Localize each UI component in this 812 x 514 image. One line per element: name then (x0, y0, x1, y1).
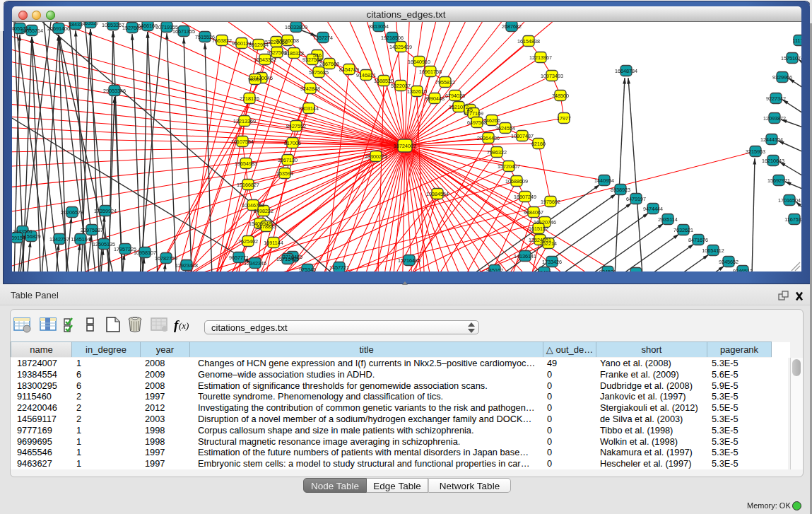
svg-text:8990448: 8990448 (425, 95, 445, 102)
svg-text:15751074: 15751074 (781, 55, 801, 62)
svg-text:1342757: 1342757 (49, 236, 69, 243)
svg-text:7357274: 7357274 (313, 35, 333, 41)
svg-text:3624554: 3624554 (495, 125, 515, 132)
svg-text:9777169: 9777169 (464, 110, 483, 117)
svg-text:9146821: 9146821 (356, 72, 376, 78)
svg-text:1615152: 1615152 (529, 226, 548, 232)
svg-text:10654112: 10654112 (702, 247, 724, 254)
svg-text:9329966: 9329966 (772, 74, 792, 81)
svg-text:9657771: 9657771 (229, 255, 249, 261)
svg-text:17359924: 17359924 (94, 208, 117, 214)
svg-text:7955812: 7955812 (435, 79, 455, 86)
svg-text:8471676: 8471676 (688, 237, 708, 243)
svg-text:6466160: 6466160 (138, 23, 158, 29)
svg-text:8186328: 8186328 (284, 50, 304, 57)
svg-text:16648784: 16648784 (615, 68, 637, 74)
svg-text:83452: 83452 (537, 269, 551, 272)
svg-text:9246512: 9246512 (733, 268, 753, 272)
svg-text:153594: 153594 (276, 170, 293, 177)
svg-text:17016504: 17016504 (778, 197, 801, 204)
svg-text:11175: 11175 (793, 37, 801, 44)
svg-text:5875685: 5875685 (309, 69, 329, 76)
svg-text:23975887: 23975887 (81, 227, 103, 233)
svg-text:2803144: 2803144 (299, 105, 319, 112)
svg-text:7625402: 7625402 (238, 238, 258, 245)
svg-text:2687682: 2687682 (502, 23, 522, 30)
svg-text:7986322: 7986322 (487, 149, 507, 156)
svg-text:1167534: 1167534 (784, 216, 801, 223)
svg-text:1733426: 1733426 (542, 259, 562, 265)
svg-text:16154838: 16154838 (517, 38, 540, 45)
svg-text:16782759: 16782759 (155, 255, 177, 262)
svg-text:8813054: 8813054 (369, 23, 389, 30)
svg-text:8498222: 8498222 (254, 208, 273, 214)
svg-text:17977: 17977 (557, 115, 571, 122)
svg-text:9084067: 9084067 (524, 209, 543, 216)
svg-text:12213967: 12213967 (529, 54, 552, 61)
svg-text:19166827: 19166827 (237, 182, 259, 188)
svg-text:252214: 252214 (540, 240, 557, 247)
svg-text:98961: 98961 (248, 76, 262, 83)
svg-text:6794028: 6794028 (445, 93, 465, 99)
svg-text:975345: 975345 (299, 267, 316, 272)
svg-text:748500: 748500 (552, 93, 569, 99)
svg-text:12923448: 12923448 (175, 262, 198, 269)
svg-text:15716485: 15716485 (398, 257, 420, 264)
svg-text:53226058: 53226058 (276, 37, 299, 44)
svg-text:29053346: 29053346 (103, 88, 126, 94)
svg-text:16107554: 16107554 (231, 139, 254, 145)
svg-text:1621072: 1621072 (449, 104, 469, 110)
svg-text:1440954: 1440954 (594, 177, 614, 184)
svg-text:12213369: 12213369 (233, 118, 256, 124)
svg-text:19384554: 19384554 (426, 191, 449, 197)
svg-text:10653267: 10653267 (102, 22, 124, 28)
svg-text:746266: 746266 (483, 117, 500, 124)
svg-text:1691144: 1691144 (264, 240, 283, 246)
svg-text:10688609: 10688609 (505, 178, 528, 185)
svg-text:924501: 924501 (599, 269, 616, 272)
svg-text:16210643: 16210643 (762, 158, 784, 164)
svg-text:8938923: 8938923 (611, 187, 630, 193)
svg-text:25300275: 25300275 (365, 153, 387, 160)
svg-text:12342345: 12342345 (244, 260, 266, 267)
svg-text:3267130: 3267130 (278, 157, 298, 163)
svg-text:20364436: 20364436 (477, 135, 500, 141)
svg-text:20206578: 20206578 (61, 209, 83, 216)
svg-text:12505135: 12505135 (93, 241, 115, 247)
svg-text:18724007: 18724007 (394, 143, 416, 149)
svg-text:19654983: 19654983 (235, 160, 257, 167)
svg-text:2935114: 2935114 (658, 216, 677, 223)
svg-text:10973493: 10973493 (541, 73, 563, 79)
svg-text:3215953: 3215953 (746, 148, 765, 155)
svg-text:10807487: 10807487 (511, 133, 534, 139)
svg-text:19218506: 19218506 (381, 35, 404, 41)
svg-text:14136141: 14136141 (514, 253, 536, 259)
svg-text:15716485: 15716485 (276, 256, 299, 262)
svg-text:62160: 62160 (531, 141, 546, 147)
svg-text:1975692: 1975692 (541, 199, 560, 205)
svg-text:945162: 945162 (486, 267, 503, 272)
svg-text:15692971: 15692971 (767, 177, 790, 184)
svg-text:16543382: 16543382 (254, 57, 276, 63)
svg-text:20691406: 20691406 (47, 25, 70, 32)
svg-text:16120746: 16120746 (534, 219, 556, 226)
svg-text:7632621: 7632621 (673, 227, 693, 233)
svg-text:8427552: 8427552 (286, 123, 306, 129)
svg-text:9227342: 9227342 (766, 95, 786, 102)
svg-text:12444154: 12444154 (760, 136, 783, 143)
svg-text:1362615: 1362615 (407, 88, 427, 95)
svg-text:817006: 817006 (284, 140, 301, 146)
svg-text:9242848: 9242848 (300, 86, 320, 92)
svg-text:1457721: 1457721 (329, 264, 349, 271)
svg-text:7663822: 7663822 (212, 37, 232, 44)
svg-text:(x): (x) (179, 320, 189, 331)
svg-text:9245652: 9245652 (719, 259, 739, 265)
svg-text:8478833: 8478833 (257, 223, 276, 230)
svg-text:1156829: 1156829 (21, 233, 40, 240)
svg-text:16640910: 16640910 (408, 59, 430, 65)
svg-text:10958107: 10958107 (134, 250, 156, 256)
svg-text:16961758: 16961758 (419, 69, 442, 75)
svg-text:18807249: 18807249 (514, 194, 536, 200)
svg-text:16033809: 16033809 (285, 24, 307, 30)
svg-text:14055714: 14055714 (20, 28, 43, 34)
